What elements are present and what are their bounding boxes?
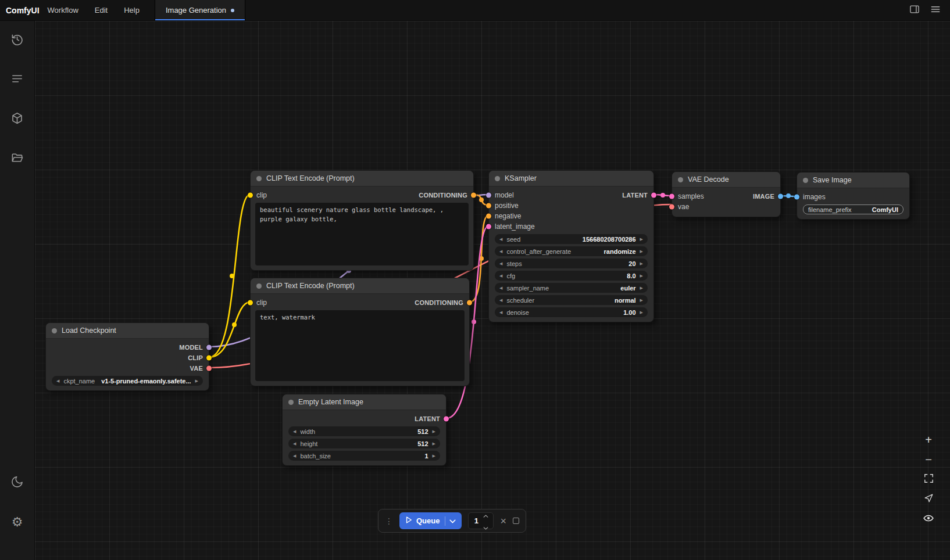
node-load-checkpoint[interactable]: Load Checkpoint MODEL CLIP (45, 322, 209, 391)
output-port-image[interactable] (778, 194, 783, 199)
panel-toggle-button[interactable] (906, 2, 923, 19)
input-port-latent-image[interactable] (486, 224, 491, 229)
widget-scheduler[interactable]: ◀ scheduler normal ▶ (495, 295, 648, 305)
collapse-dot[interactable] (678, 177, 683, 182)
widget-seed[interactable]: ◀ seed 156680208700286 ▶ (495, 234, 648, 244)
graph-canvas[interactable]: Load Checkpoint MODEL CLIP (35, 21, 950, 560)
increment-arrow-icon[interactable]: ▶ (640, 261, 643, 265)
queue-history-button[interactable] (7, 31, 28, 49)
stop-button[interactable] (513, 518, 519, 524)
decrement-arrow-icon[interactable]: ◀ (293, 441, 296, 446)
zoom-in-button[interactable]: + (921, 433, 936, 447)
widget-batch-size[interactable]: ◀ batch_size 1 ▶ (288, 451, 440, 461)
increment-arrow-icon[interactable]: ▶ (195, 379, 198, 383)
clear-queue-button[interactable]: × (500, 516, 506, 526)
node-header[interactable]: VAE Decode (672, 172, 780, 188)
node-header[interactable]: Save Image (797, 173, 909, 188)
decrement-arrow-icon[interactable]: ◀ (293, 454, 296, 458)
decrement-arrow-icon[interactable]: ◀ (499, 237, 502, 241)
batch-count-input[interactable]: 1 (468, 512, 494, 529)
increment-arrow-icon[interactable]: ▶ (640, 298, 643, 302)
theme-toggle-button[interactable] (7, 474, 28, 491)
tab-image-generation[interactable]: Image Generation (155, 0, 245, 20)
menu-workflow[interactable]: Workflow (48, 6, 78, 15)
toolbar-drag-handle[interactable]: ⋮ (385, 516, 393, 526)
input-port-model[interactable] (486, 193, 491, 198)
node-ksampler[interactable]: KSampler model LATENT (488, 170, 654, 322)
prompt-textarea[interactable]: text, watermark (255, 310, 465, 381)
output-port-conditioning[interactable] (471, 193, 476, 198)
decrement-arrow-icon[interactable]: ◀ (499, 261, 502, 265)
settings-button[interactable]: ⚙ (7, 514, 28, 531)
link-latent-out-midpoint[interactable] (660, 193, 665, 198)
increment-arrow-icon[interactable]: ▶ (640, 274, 643, 278)
toggle-link-visibility-button[interactable] (921, 512, 936, 526)
increment-arrow-icon[interactable]: ▶ (433, 454, 435, 458)
node-clip-text-encode-negative[interactable]: CLIP Text Encode (Prompt) clip CONDITION… (250, 278, 470, 386)
node-header[interactable]: Empty Latent Image (283, 394, 446, 410)
node-header[interactable]: KSampler (489, 171, 653, 186)
widget-filename-prefix[interactable]: filename_prefix ComfyUI (803, 204, 903, 214)
menu-help[interactable]: Help (124, 6, 140, 15)
collapse-dot[interactable] (803, 178, 808, 183)
link-image-midpoint[interactable] (786, 193, 791, 198)
increment-batch-button[interactable] (483, 509, 488, 520)
output-port-model[interactable] (206, 345, 212, 350)
input-port-images[interactable] (794, 195, 799, 200)
collapse-dot[interactable] (495, 176, 500, 181)
workflows-button[interactable] (7, 150, 28, 167)
input-port-negative[interactable] (486, 214, 491, 219)
increment-arrow-icon[interactable]: ▶ (433, 441, 435, 446)
increment-arrow-icon[interactable]: ▶ (433, 429, 435, 433)
widget-steps[interactable]: ◀ steps 20 ▶ (495, 259, 648, 268)
decrement-arrow-icon[interactable]: ◀ (499, 249, 502, 253)
output-port-vae[interactable] (206, 366, 212, 371)
widget-height[interactable]: ◀ height 512 ▶ (288, 439, 440, 448)
node-library-button[interactable] (7, 71, 28, 88)
node-clip-text-encode-positive[interactable]: CLIP Text Encode (Prompt) clip CONDITION… (250, 170, 474, 271)
widget-control-after-generate[interactable]: ◀ control_after_generate randomize ▶ (495, 246, 648, 256)
increment-arrow-icon[interactable]: ▶ (640, 249, 643, 253)
link-clip-positive-midpoint[interactable] (230, 274, 234, 278)
menu-edit[interactable]: Edit (95, 6, 108, 15)
increment-arrow-icon[interactable]: ▶ (640, 310, 643, 314)
node-save-image[interactable]: Save Image images filename_prefix ComfyU… (797, 172, 910, 220)
node-empty-latent-image[interactable]: Empty Latent Image LATENT ◀ width 512 ▶ (282, 394, 447, 466)
output-port-conditioning[interactable] (467, 300, 472, 306)
increment-arrow-icon[interactable]: ▶ (640, 237, 643, 241)
link-latent-in-midpoint[interactable] (472, 320, 476, 324)
main-menu-button[interactable] (927, 2, 944, 19)
widget-ckpt-name[interactable]: ◀ ckpt_name v1-5-pruned-emaonly.safete..… (52, 376, 203, 386)
link-conditioning-positive-midpoint[interactable] (479, 198, 484, 202)
node-header[interactable]: Load Checkpoint (46, 323, 209, 339)
select-mode-button[interactable] (921, 492, 936, 506)
collapse-dot[interactable] (52, 328, 57, 333)
collapse-dot[interactable] (288, 400, 294, 405)
output-port-latent[interactable] (444, 417, 449, 422)
node-header[interactable]: CLIP Text Encode (Prompt) (251, 278, 469, 294)
input-port-clip[interactable] (248, 300, 253, 306)
decrement-arrow-icon[interactable]: ◀ (499, 298, 502, 302)
model-library-button[interactable] (7, 110, 28, 128)
input-port-vae[interactable] (669, 204, 674, 210)
fit-view-button[interactable] (921, 472, 936, 486)
widget-denoise[interactable]: ◀ denoise 1.00 ▶ (495, 307, 648, 317)
decrement-arrow-icon[interactable]: ◀ (499, 286, 502, 290)
increment-arrow-icon[interactable]: ▶ (640, 286, 643, 290)
decrement-arrow-icon[interactable]: ◀ (293, 429, 296, 433)
decrement-arrow-icon[interactable]: ◀ (56, 379, 59, 383)
zoom-out-button[interactable]: − (921, 453, 936, 466)
prompt-textarea[interactable]: beautiful scenery nature glass bottle la… (255, 203, 469, 265)
input-port-clip[interactable] (248, 193, 253, 198)
widget-sampler-name[interactable]: ◀ sampler_name euler ▶ (495, 283, 648, 293)
widget-width[interactable]: ◀ width 512 ▶ (288, 426, 440, 436)
node-vae-decode[interactable]: VAE Decode samples IMAGE (672, 171, 781, 217)
collapse-dot[interactable] (256, 283, 262, 289)
decrement-arrow-icon[interactable]: ◀ (499, 310, 502, 314)
output-port-latent[interactable] (651, 193, 656, 198)
decrement-arrow-icon[interactable]: ◀ (499, 274, 502, 278)
decrement-batch-button[interactable] (483, 522, 488, 532)
link-clip-negative-midpoint[interactable] (232, 322, 237, 327)
node-header[interactable]: CLIP Text Encode (Prompt) (251, 171, 473, 186)
queue-button[interactable]: Queue (399, 512, 462, 529)
